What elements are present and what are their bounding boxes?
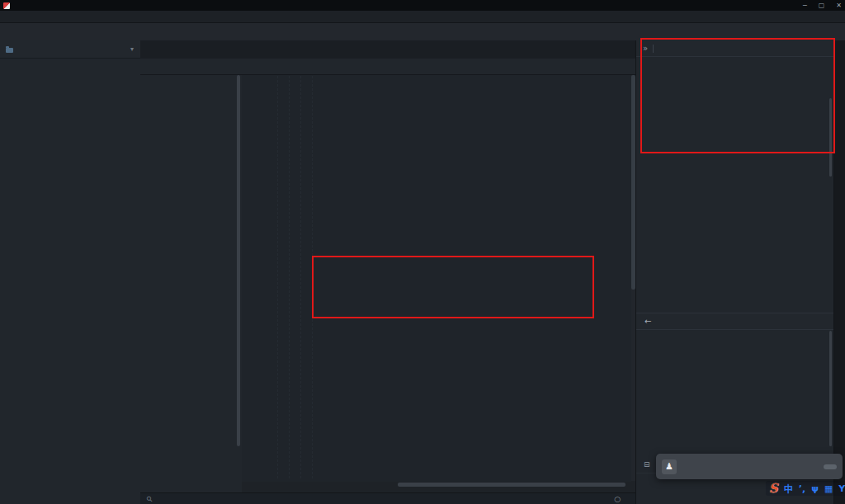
cursor-position-label: [248, 481, 388, 492]
titlebar: ─ ▢ ✕: [0, 0, 845, 11]
folder-icon: [6, 48, 13, 53]
minimize-button[interactable]: ─: [803, 2, 807, 9]
shambles-window: ─ ▢ ✕ ▾ ⚲ ○ »: [0, 0, 845, 504]
indent-guide: [289, 76, 290, 478]
high-risk-files-header[interactable]: ←: [636, 313, 834, 330]
function-list-scrollbar[interactable]: [237, 75, 240, 446]
search-icon: ⚲: [144, 494, 154, 504]
search-input[interactable]: [156, 494, 324, 504]
event-log-icon: ○: [614, 495, 621, 503]
ime-microphone-icon[interactable]: ψ: [811, 483, 819, 494]
collapse-minus-icon[interactable]: ⊟: [644, 460, 650, 469]
event-log-button[interactable]: ○: [614, 495, 624, 503]
collapse-panel-icon[interactable]: »: [643, 44, 648, 53]
panel-scrollbar[interactable]: [829, 98, 832, 177]
ime-toolbar: S 中 ’, ψ ▦ Y ∷: [766, 481, 845, 496]
indent-guide: [300, 76, 301, 478]
editor-tabstrip: [140, 40, 635, 59]
ime-keyboard-icon[interactable]: ▦: [824, 483, 833, 494]
file-tree-panel: ▾: [0, 40, 141, 504]
indent-guide: [312, 76, 313, 478]
code-scrollbar-horizontal[interactable]: [398, 483, 625, 487]
sogou-logo-icon[interactable]: S: [769, 481, 778, 496]
app-logo-icon: [3, 2, 10, 9]
close-button[interactable]: ✕: [836, 2, 842, 9]
back-arrow-icon: ←: [644, 317, 651, 326]
maximize-button[interactable]: ▢: [819, 2, 825, 9]
function-list: [140, 75, 243, 481]
update-toast: ♟: [656, 454, 843, 479]
menubar: [0, 11, 845, 23]
bottom-search-bar: ⚲ ○: [140, 492, 635, 504]
view-chipstrip: [140, 59, 635, 75]
chevron-down-icon[interactable]: ▾: [130, 45, 134, 53]
update-avatar-icon: ♟: [662, 459, 677, 474]
toolbar: [0, 23, 845, 41]
indent-guide: [277, 76, 278, 478]
ime-skin-icon[interactable]: Y: [838, 483, 845, 494]
function-count-label: [140, 481, 242, 492]
vulnerability-panel: » ← ⊟ ▾ <>: [635, 40, 834, 504]
project-selector[interactable]: ▾: [0, 40, 140, 59]
ime-punctuation-icon[interactable]: ’,: [799, 483, 805, 494]
right-tool-strip: [833, 40, 845, 504]
upgrade-button[interactable]: [824, 464, 837, 469]
window-controls: ─ ▢ ✕: [803, 0, 842, 11]
vulnerability-panel-header: »: [636, 40, 834, 57]
panel-scrollbar[interactable]: [829, 331, 832, 446]
ime-chinese-mode-icon[interactable]: 中: [784, 482, 793, 495]
